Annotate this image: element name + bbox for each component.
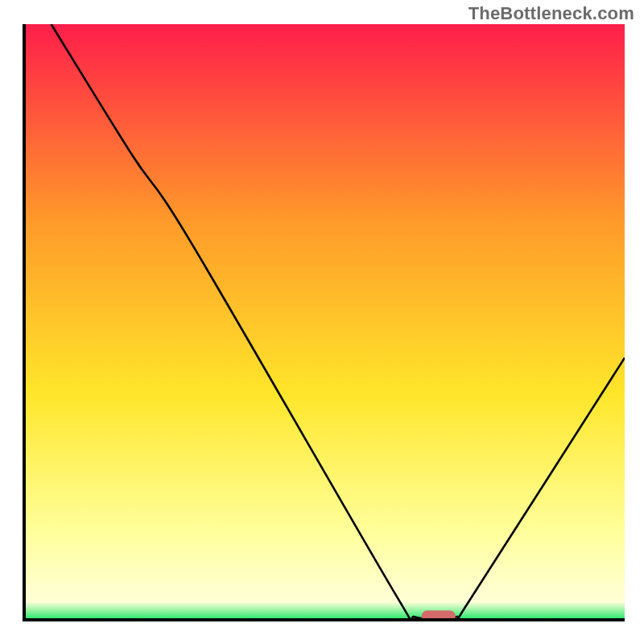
plot-area <box>24 24 625 620</box>
bottleneck-chart <box>0 0 644 644</box>
chart-container: { "watermark": "TheBottleneck.com", "col… <box>0 0 644 644</box>
gradient-background <box>24 24 625 620</box>
watermark-text: TheBottleneck.com <box>469 3 634 24</box>
